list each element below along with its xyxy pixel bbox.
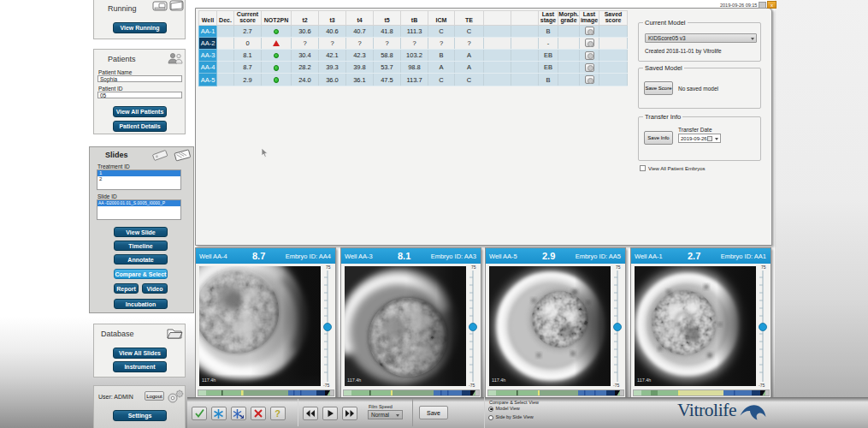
svg-text:75: 75	[616, 265, 621, 270]
svg-text:-75: -75	[323, 383, 329, 388]
svg-text:75: 75	[471, 265, 476, 270]
svg-text:-75: -75	[469, 383, 475, 388]
svg-text:-75: -75	[613, 383, 619, 388]
svg-text:75: 75	[761, 265, 766, 270]
svg-text:-75: -75	[759, 383, 765, 388]
svg-text:75: 75	[326, 265, 331, 270]
